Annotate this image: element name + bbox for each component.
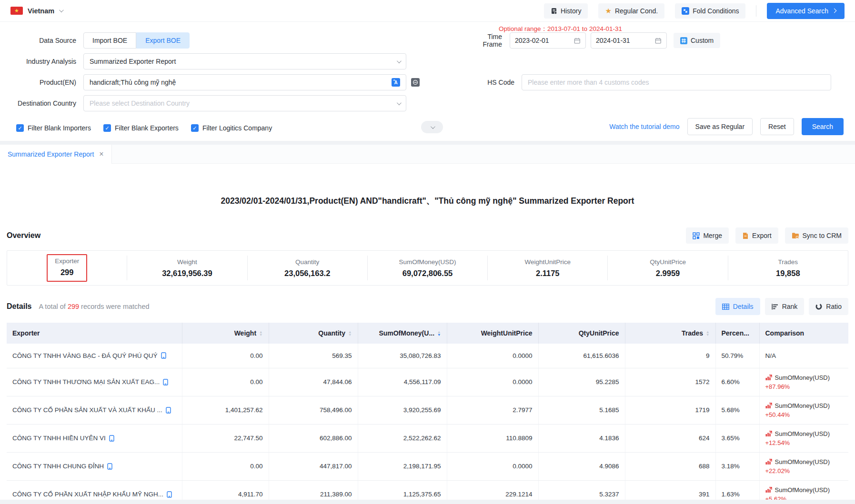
comparison-metric: SumOfMoney(USD)	[775, 402, 830, 409]
sum-cell: 4,556,117.09	[358, 368, 447, 396]
destination-country-select[interactable]: Please select Destination Country	[83, 95, 406, 111]
exporter-name[interactable]: CÔNG TY TNHH VÀNG BẠC - ĐÁ QUÝ PHÚ QUÝ	[12, 352, 158, 359]
search-button[interactable]: Search	[802, 118, 844, 135]
sort-icons[interactable]: ▲▼	[348, 331, 352, 336]
contact-icon[interactable]	[107, 463, 112, 470]
contact-icon[interactable]	[166, 407, 171, 414]
tutorial-demo-link[interactable]: Watch the tutorial demo	[609, 123, 679, 130]
search-filter-panel: Data Source Import BOE Export BOE Option…	[0, 22, 855, 141]
advanced-search-button[interactable]: Advanced Search	[767, 3, 845, 19]
contact-icon[interactable]	[167, 491, 172, 498]
stat-label: Trades	[728, 258, 848, 266]
divider	[756, 5, 756, 17]
star-icon: ★	[605, 7, 611, 15]
details-table-icon	[722, 304, 729, 310]
col-comparison: Comparison	[759, 323, 848, 344]
translate-icon[interactable]: A	[392, 78, 400, 87]
checkbox-filter-blank-exporters[interactable]: ✓ Filter Blank Exporters	[103, 124, 179, 132]
sort-icons[interactable]: ▲▼	[259, 331, 262, 336]
qty-unit-price-cell: 4.9086	[538, 452, 625, 480]
sum-cell: 35,080,726.83	[358, 344, 447, 368]
percentage-cell: 5.68%	[715, 396, 759, 424]
date-to-input[interactable]	[596, 37, 655, 44]
close-icon[interactable]: ×	[99, 150, 103, 158]
industry-analysis-select[interactable]: Summarized Exporter Report	[83, 53, 406, 69]
time-frame-row: Time Frame Custom	[467, 32, 720, 49]
table-row[interactable]: CÔNG TY CỔ PHẦN SẢN XUẤT VÀ XUẤT KHẨU ..…	[7, 396, 848, 424]
export-button[interactable]: Export	[735, 227, 778, 244]
col-exporter: Exporter	[7, 323, 182, 344]
history-button[interactable]: History	[544, 3, 588, 19]
regular-cond-button[interactable]: ★ Regular Cond.	[598, 3, 664, 19]
fold-conditions-button[interactable]: Fold Conditions	[675, 3, 745, 19]
stat-label: WeightUnitPrice	[488, 258, 607, 266]
contact-icon[interactable]	[161, 352, 166, 359]
col-weight[interactable]: Weight▲▼	[182, 323, 269, 344]
product-en-input[interactable]	[90, 79, 388, 86]
checkbox-checked-icon: ✓	[191, 124, 199, 132]
table-row[interactable]: CÔNG TY TNHH VÀNG BẠC - ĐÁ QUÝ PHÚ QUÝ 0…	[7, 344, 848, 368]
table-row[interactable]: CÔNG TY TNHH THƯƠNG MẠI SẢN XUẤT EAG... …	[7, 368, 848, 396]
exporter-name[interactable]: CÔNG TY CỔ PHẦN SẢN XUẤT VÀ XUẤT KHẨU ..…	[12, 406, 162, 414]
country-selector-label[interactable]: Vietnam	[28, 7, 54, 15]
hs-code-input[interactable]	[522, 74, 831, 90]
svg-text:A: A	[394, 80, 397, 85]
contact-icon[interactable]	[109, 435, 114, 442]
view-details-button[interactable]: Details	[715, 298, 760, 315]
exporter-name[interactable]: CÔNG TY TNHH THƯƠNG MẠI SẢN XUẤT EAG...	[12, 378, 160, 385]
reset-button[interactable]: Reset	[760, 118, 794, 135]
date-from-input[interactable]	[515, 37, 574, 44]
view-ratio-button[interactable]: Ratio	[809, 298, 848, 315]
product-row: Product(EN) A	[0, 74, 420, 90]
comparison-cell: N/A	[759, 344, 848, 368]
folder-sync-icon	[792, 232, 799, 239]
view-rank-button[interactable]: Rank	[765, 298, 805, 315]
trades-cell: 9	[625, 344, 715, 368]
calendar-icon[interactable]	[574, 37, 581, 44]
contact-icon[interactable]	[163, 379, 168, 385]
calendar-icon[interactable]	[655, 37, 662, 44]
export-boe-button[interactable]: Export BOE	[136, 32, 190, 49]
horizontal-scrollbar[interactable]	[0, 500, 855, 504]
trend-up-icon	[765, 459, 772, 464]
vietnam-flag-icon: ★	[10, 7, 23, 15]
product-en-field[interactable]: A	[83, 74, 406, 90]
exclude-keyword-icon[interactable]	[411, 78, 420, 87]
overview-heading: Overview	[7, 231, 40, 240]
matched-records-text: A total of299records were matched	[39, 303, 149, 310]
tab-summarized-exporter-report[interactable]: Summarized Exporter Report ×	[0, 145, 112, 164]
chevron-down-icon[interactable]	[59, 8, 64, 12]
save-as-regular-button[interactable]: Save as Regular	[687, 118, 753, 135]
date-to-field[interactable]	[591, 32, 667, 49]
col-sum-of-money[interactable]: SumOfMoney(U...▲▼	[358, 323, 447, 344]
data-source-segmented-control: Import BOE Export BOE	[83, 32, 190, 49]
custom-range-button[interactable]: Custom	[674, 33, 720, 48]
exporter-name[interactable]: CÔNG TY CỔ PHẦN XUẤT NHẬP KHẨU MỸ NGH...	[12, 491, 163, 498]
stat-value: 19,858	[728, 269, 848, 278]
table-header-row: Exporter Weight▲▼ Quantity▲▼ SumOfMoney(…	[7, 323, 848, 344]
checkbox-filter-logitics-company[interactable]: ✓ Filter Logitics Company	[191, 124, 272, 132]
col-trades[interactable]: Trades▲▼	[625, 323, 715, 344]
sum-cell: 3,920,255.69	[358, 396, 447, 424]
sync-to-crm-button[interactable]: Sync to CRM	[785, 227, 848, 244]
sync-to-crm-label: Sync to CRM	[803, 232, 842, 239]
overview-row: Overview Merge Export Sync to CRM	[7, 227, 848, 244]
weight-cell: 0.00	[182, 344, 269, 368]
custom-range-icon	[680, 37, 687, 44]
expand-conditions-button[interactable]	[421, 121, 443, 133]
stat-value: 2.9959	[608, 269, 727, 278]
table-row[interactable]: CÔNG TY TNHH HIỀN UYÊN VI 22,747.50 602,…	[7, 424, 848, 452]
exporter-name[interactable]: CÔNG TY TNHH CHUNG ĐỈNH	[12, 463, 104, 470]
import-boe-button[interactable]: Import BOE	[83, 32, 136, 49]
merge-button[interactable]: Merge	[686, 227, 729, 244]
weight-unit-price-cell: 0.0000	[447, 368, 538, 396]
data-source-label: Data Source	[0, 37, 83, 44]
sort-icons-active-desc[interactable]: ▲▼	[437, 331, 441, 336]
checkbox-filter-blank-importers[interactable]: ✓ Filter Blank Importers	[16, 124, 91, 132]
date-from-field[interactable]	[510, 32, 586, 49]
col-quantity[interactable]: Quantity▲▼	[269, 323, 358, 344]
table-row[interactable]: CÔNG TY TNHH CHUNG ĐỈNH 0.00 447,817.00 …	[7, 452, 848, 480]
sort-icons[interactable]: ▲▼	[706, 331, 709, 336]
exporter-name[interactable]: CÔNG TY TNHH HIỀN UYÊN VI	[12, 435, 106, 442]
trades-cell: 1572	[625, 368, 715, 396]
